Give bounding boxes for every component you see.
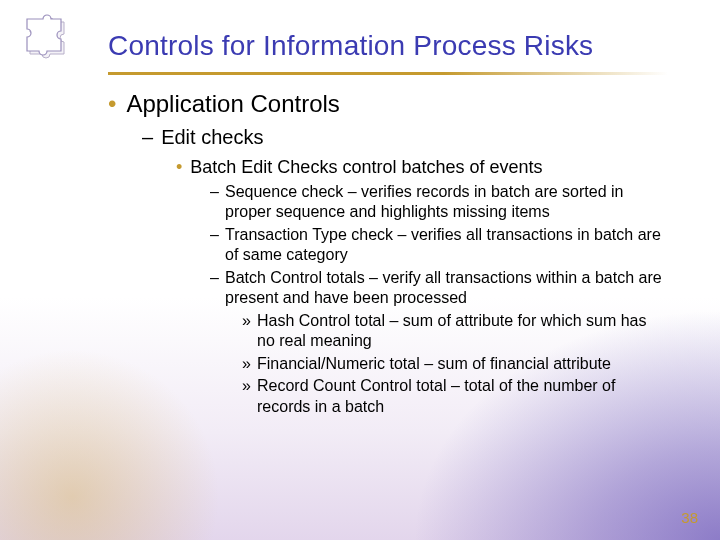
bullet-text: Application Controls <box>126 90 339 117</box>
bullet-level-2: –Edit checks <box>142 126 668 149</box>
bullet-marker: » <box>242 311 250 352</box>
content-area: •Application Controls –Edit checks •Batc… <box>108 84 668 419</box>
bullet-marker: » <box>242 354 250 374</box>
bullet-level-1: •Application Controls <box>108 90 668 118</box>
slide: Controls for Information Process Risks •… <box>0 0 720 540</box>
bullet-level-5: »Record Count Control total – total of t… <box>242 376 668 417</box>
bullet-level-3: •Batch Edit Checks control batches of ev… <box>176 157 668 178</box>
bullet-level-4: –Transaction Type check – verifies all t… <box>210 225 668 266</box>
bullet-level-5: »Financial/Numeric total – sum of financ… <box>242 354 668 374</box>
bullet-text: Batch Edit Checks control batches of eve… <box>190 157 542 177</box>
bullet-marker: • <box>108 90 116 117</box>
bullet-text: Hash Control total – sum of attribute fo… <box>257 311 668 352</box>
bullet-level-5: »Hash Control total – sum of attribute f… <box>242 311 668 352</box>
bullet-text: Financial/Numeric total – sum of financi… <box>257 354 668 374</box>
bullet-marker: – <box>142 126 153 148</box>
bullet-marker: » <box>242 376 250 417</box>
bullet-text: Edit checks <box>161 126 263 148</box>
bullet-marker: – <box>210 268 218 309</box>
bullet-text: Sequence check – verifies records in bat… <box>225 182 668 223</box>
bullet-marker: – <box>210 225 218 266</box>
title-underline <box>108 72 668 75</box>
bullet-text: Transaction Type check – verifies all tr… <box>225 225 668 266</box>
puzzle-icon <box>22 12 82 66</box>
page-number: 38 <box>681 509 698 526</box>
slide-title: Controls for Information Process Risks <box>108 30 593 62</box>
bullet-text: Batch Control totals – verify all transa… <box>225 268 668 309</box>
bullet-marker: – <box>210 182 218 223</box>
bullet-level-4: –Sequence check – verifies records in ba… <box>210 182 668 223</box>
bullet-text: Record Count Control total – total of th… <box>257 376 668 417</box>
bullet-level-4: –Batch Control totals – verify all trans… <box>210 268 668 309</box>
bullet-marker: • <box>176 157 182 177</box>
